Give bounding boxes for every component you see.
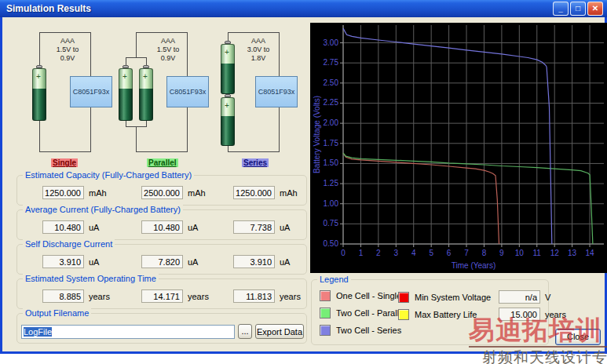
selected-text: LogFile xyxy=(24,327,52,337)
svg-text:13: 13 xyxy=(568,249,577,257)
svg-text:2.75: 2.75 xyxy=(324,58,339,67)
svg-text:Battery Voltage (Volts): Battery Voltage (Volts) xyxy=(313,96,321,173)
svg-text:1.50: 1.50 xyxy=(324,158,339,167)
close-icon[interactable]: ✕ xyxy=(587,2,603,16)
window-title: Simulation Results xyxy=(6,3,553,14)
svg-text:1.00: 1.00 xyxy=(324,199,339,208)
svg-text:1: 1 xyxy=(359,249,364,257)
legend-label: One Cell - Single xyxy=(336,291,401,300)
browse-button[interactable]: ... xyxy=(238,324,252,339)
svg-text:3: 3 xyxy=(394,249,399,257)
chip-parallel: C8051F93x xyxy=(166,76,209,107)
current-series-field[interactable]: 7.738 xyxy=(233,220,275,234)
legend-swatch-series xyxy=(320,325,331,336)
simulation-results-window: Simulation Results _ □ ✕ + AAA1.5V to0.9… xyxy=(0,0,607,354)
current-parallel-field[interactable]: 10.480 xyxy=(141,220,183,234)
svg-text:12: 12 xyxy=(550,249,560,257)
groupbox-title: Average Current (Fully-Charged Battery) xyxy=(23,205,183,214)
legend-label: Two Cell - Parallel xyxy=(336,308,406,318)
unit-label: years xyxy=(188,292,209,301)
groupbox-title: Legend xyxy=(317,275,351,284)
groupbox-title: Estimated Capacity (Fully-Charged Batter… xyxy=(23,170,194,180)
min-system-voltage-field[interactable]: n/a xyxy=(499,290,540,304)
discharge-single-field[interactable]: 3.910 xyxy=(42,255,84,268)
unit-label: uA xyxy=(188,257,198,267)
unit-label: mAh xyxy=(280,188,298,198)
svg-text:1.25: 1.25 xyxy=(324,179,339,187)
svg-text:2.25: 2.25 xyxy=(324,98,339,107)
svg-text:0: 0 xyxy=(341,249,346,257)
svg-text:4: 4 xyxy=(411,249,416,257)
svg-text:3.00: 3.00 xyxy=(324,38,339,47)
capacity-single-field[interactable]: 1250.000 xyxy=(42,186,84,199)
battery-note-series: AAA3.0V to1.8V xyxy=(239,37,278,63)
svg-text:2.00: 2.00 xyxy=(324,118,339,127)
optime-parallel-field[interactable]: 14.171 xyxy=(141,289,183,303)
groupbox-output-filename: Output Filename LogFile ... Export Data xyxy=(16,313,307,344)
capacity-series-field[interactable]: 1250.000 xyxy=(233,186,275,199)
legend-label: Two Cell - Series xyxy=(336,326,401,335)
groupbox-operating-time: Estimated System Operating Time 8.885yea… xyxy=(16,278,307,309)
optime-single-field[interactable]: 8.885 xyxy=(42,289,84,303)
title-bar[interactable]: Simulation Results _ □ ✕ xyxy=(0,0,607,17)
svg-text:2: 2 xyxy=(376,249,381,257)
groupbox-title: Output Filename xyxy=(23,308,91,318)
maximize-icon[interactable]: □ xyxy=(570,2,586,16)
svg-text:14: 14 xyxy=(585,249,594,257)
chip-series: C8051F93x xyxy=(255,76,298,107)
svg-text:5: 5 xyxy=(429,249,433,257)
legend-swatch-min-voltage xyxy=(398,292,409,303)
battery-icon: + xyxy=(221,94,235,146)
groupbox-title: Estimated System Operating Time xyxy=(23,274,159,283)
unit-label: uA xyxy=(89,257,99,267)
capacity-parallel-field[interactable]: 2500.000 xyxy=(141,186,183,199)
battery-icon: + xyxy=(119,65,133,121)
config-label-single: Single xyxy=(51,158,78,167)
svg-text:0.50: 0.50 xyxy=(324,239,339,248)
chart-svg: 0.500.751.001.251.501.752.002.252.502.75… xyxy=(310,23,607,273)
unit-label: uA xyxy=(280,223,290,232)
svg-text:0.75: 0.75 xyxy=(324,219,339,228)
output-filename-input[interactable]: LogFile xyxy=(21,325,235,339)
config-label-series: Series xyxy=(242,158,269,167)
legend-swatch-parallel xyxy=(320,308,331,318)
chip-single: C8051F93x xyxy=(70,76,112,107)
current-single-field[interactable]: 10.480 xyxy=(42,220,84,234)
svg-text:9: 9 xyxy=(499,249,504,257)
discharge-parallel-field[interactable]: 7.820 xyxy=(141,255,183,268)
svg-text:6: 6 xyxy=(447,249,452,257)
unit-label: years xyxy=(280,292,301,301)
svg-text:8: 8 xyxy=(482,249,487,257)
unit-label: V xyxy=(545,293,550,302)
screenshot-root: Simulation Results _ □ ✕ + AAA1.5V to0.9… xyxy=(0,0,607,364)
export-data-button[interactable]: Export Data xyxy=(255,324,304,339)
unit-label: uA xyxy=(188,223,198,232)
minimize-icon[interactable]: _ xyxy=(553,2,569,16)
watermark-subtext: 射频和天线设计专家 xyxy=(482,348,607,364)
svg-text:10: 10 xyxy=(515,249,525,257)
groupbox-self-discharge: Self Discharge Current 3.910uA 7.820uA 3… xyxy=(16,244,307,275)
groupbox-average-current: Average Current (Fully-Charged Battery) … xyxy=(16,209,307,240)
unit-label: mAh xyxy=(89,188,107,198)
battery-icon: + xyxy=(221,41,235,94)
battery-note-parallel: AAA1.5V to0.9V xyxy=(148,37,188,63)
unit-label: uA xyxy=(280,257,290,267)
optime-series-field[interactable]: 11.813 xyxy=(233,289,275,303)
battery-icon: + xyxy=(139,65,153,121)
unit-label: years xyxy=(89,292,110,301)
groupbox-title: Self Discharge Current xyxy=(23,239,115,249)
unit-label: uA xyxy=(89,223,99,232)
legend-swatch-max-life xyxy=(398,309,409,320)
discharge-series-field[interactable]: 3.910 xyxy=(233,255,275,268)
watermark-text: 易迪拓培训 xyxy=(469,315,607,346)
legend-label: Min System Voltage xyxy=(415,293,493,302)
svg-text:1.75: 1.75 xyxy=(324,139,339,147)
legend-swatch-single xyxy=(320,290,331,301)
svg-text:11: 11 xyxy=(533,249,542,257)
battery-note-single: AAA1.5V to0.9V xyxy=(48,37,87,63)
config-label-parallel: Parallel xyxy=(147,158,178,167)
svg-text:Time (Years): Time (Years) xyxy=(452,261,496,270)
groupbox-estimated-capacity: Estimated Capacity (Fully-Charged Batter… xyxy=(16,175,307,206)
battery-icon: + xyxy=(32,65,46,121)
svg-text:7: 7 xyxy=(464,249,469,257)
